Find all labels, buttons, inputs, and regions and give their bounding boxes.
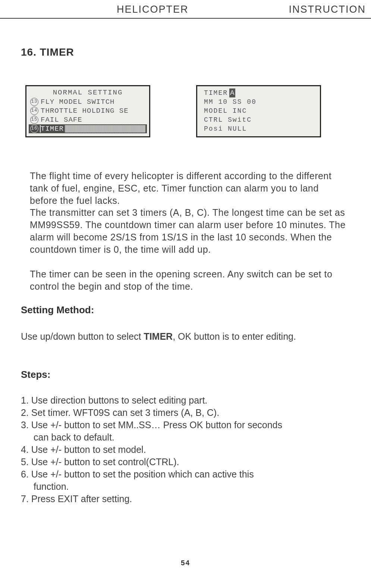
step-number: 4.	[21, 444, 29, 455]
section-title: 16. TIMER	[21, 46, 74, 58]
step-number: 5.	[21, 457, 29, 467]
step-text: Use +/- button to set model.	[31, 444, 146, 455]
lcd-menu-title: NORMAL SETTING	[29, 88, 147, 97]
header-left: HELICOPTER	[117, 4, 189, 15]
timer-label: TIMER	[204, 88, 228, 97]
steps-heading: Steps:	[21, 369, 50, 380]
menu-number-icon: 14	[30, 107, 38, 115]
timer-value: MM 10 SS 00	[204, 97, 257, 106]
steps-list: 1. Use direction buttons to select editi…	[21, 394, 364, 505]
menu-number-icon: 13	[30, 98, 38, 106]
lcd-menu-row-selected: 16 TIMER	[29, 124, 147, 133]
step-continuation: can back to default.	[21, 431, 364, 444]
step-item: 6. Use +/- button to set the position wh…	[21, 468, 364, 480]
lcd-timer-row: TIMER A	[199, 88, 318, 97]
step-number: 2.	[21, 407, 29, 418]
lcd-menu-row: 15 FAIL SAFE	[29, 115, 147, 124]
lcd-timer-row: Posi NULL	[199, 124, 318, 133]
step-number: 6.	[21, 469, 29, 479]
step-item: 7. Press EXIT after setting.	[21, 493, 364, 505]
step-text: Press EXIT after setting.	[31, 494, 132, 504]
step-number: 3.	[21, 420, 29, 430]
menu-label: TIMER	[41, 124, 65, 133]
lcd-timer-row: CTRL SwitC	[199, 115, 318, 124]
body-paragraph: The timer can be seen in the opening scr…	[30, 268, 347, 293]
step-item: 2. Set timer. WFT09S can set 3 timers (A…	[21, 407, 364, 419]
page-header: HELICOPTER INSTRUCTION	[0, 4, 371, 17]
page-number: 54	[0, 559, 371, 567]
lcd-screen-timer: TIMER A MM 10 SS 00 MODEL INC CTRL SwitC…	[196, 85, 321, 137]
body-paragraph: The flight time of every helicopter is d…	[30, 170, 347, 207]
lcd-timer-row: MODEL INC	[199, 106, 318, 115]
body-paragraph: The transmitter can set 3 timers (A, B, …	[30, 206, 347, 256]
step-text: Use +/- button to set the position which…	[31, 469, 254, 479]
step-number: 1.	[21, 395, 29, 405]
setting-method-text: Use up/down button to select TIMER, OK b…	[21, 330, 356, 343]
header-right: INSTRUCTION	[289, 4, 366, 15]
menu-number-icon: 15	[30, 116, 38, 124]
header-rule	[0, 18, 371, 19]
manual-page: HELICOPTER INSTRUCTION 16. TIMER NORMAL …	[0, 0, 371, 588]
step-number: 7.	[21, 494, 29, 504]
menu-label: FLY MODEL SWITCH	[41, 97, 114, 106]
step-item: 3. Use +/- button to set MM..SS… Press O…	[21, 419, 364, 431]
step-text: Use +/- button to set control(CTRL).	[31, 457, 179, 467]
step-text: Set timer. WFT09S can set 3 timers (A, B…	[31, 407, 219, 418]
lcd-menu-row: 13 FLY MODEL SWITCH	[29, 97, 147, 106]
menu-number-icon: 16	[30, 125, 38, 133]
lcd-timer-row: MM 10 SS 00	[199, 97, 318, 106]
text-bold: TIMER	[144, 331, 173, 342]
setting-method-heading: Setting Method:	[21, 304, 94, 316]
text-fragment: Use up/down button to select	[21, 331, 144, 342]
step-item: 4. Use +/- button to set model.	[21, 444, 364, 456]
lcd-menu-row: 14 THROTTLE HOLDING SE	[29, 106, 147, 115]
text-fragment: , OK button is to enter editing.	[173, 331, 296, 342]
timer-id-box: A	[229, 88, 235, 97]
step-continuation: function.	[21, 480, 364, 493]
timer-value: CTRL SwitC	[204, 115, 252, 124]
step-text: Use +/- button to set MM..SS… Press OK b…	[31, 420, 282, 430]
timer-value: Posi NULL	[204, 124, 247, 133]
menu-label: THROTTLE HOLDING SE	[41, 106, 129, 115]
step-item: 1. Use direction buttons to select editi…	[21, 394, 364, 407]
step-item: 5. Use +/- button to set control(CTRL).	[21, 456, 364, 468]
timer-value: MODEL INC	[204, 106, 247, 115]
menu-label: FAIL SAFE	[41, 115, 82, 124]
lcd-screen-menu: NORMAL SETTING 13 FLY MODEL SWITCH 14 TH…	[25, 85, 150, 137]
step-text: Use direction buttons to select editing …	[31, 395, 208, 405]
